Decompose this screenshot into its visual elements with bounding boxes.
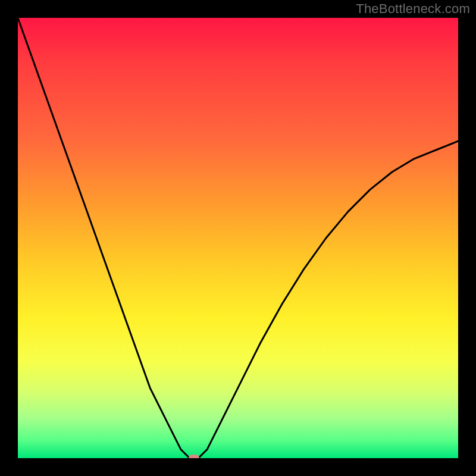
- watermark-text: TheBottleneck.com: [356, 1, 470, 17]
- curve-svg: [18, 18, 458, 458]
- plot-area: [18, 18, 458, 458]
- minimum-marker: [189, 455, 199, 458]
- chart-container: TheBottleneck.com: [0, 0, 476, 476]
- bottleneck-curve-path: [18, 18, 458, 458]
